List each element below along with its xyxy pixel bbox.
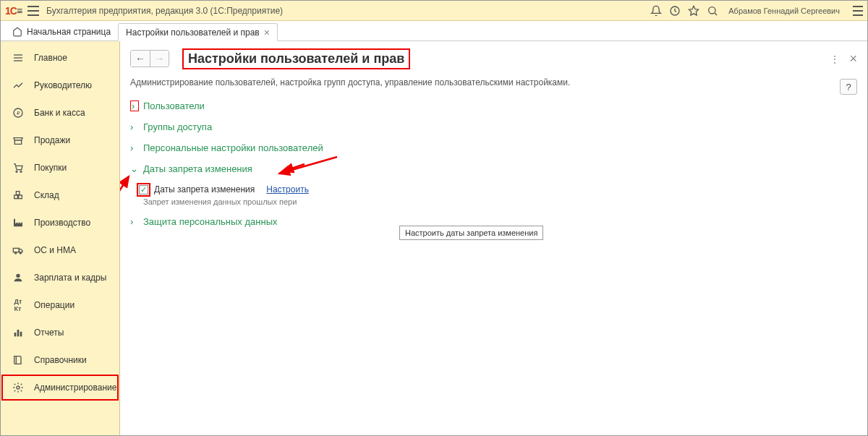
nav-back-button[interactable]: ←	[131, 51, 150, 67]
tabs-bar: Начальная страница Настройки пользовател…	[1, 21, 867, 41]
svg-rect-12	[16, 192, 20, 195]
chevron-right-icon: ›	[130, 121, 139, 132]
chevron-right-icon: ›	[130, 216, 139, 227]
book-icon	[12, 354, 24, 366]
chevron-right-icon: ›	[130, 101, 139, 111]
help-button[interactable]: ?	[840, 79, 857, 95]
tab-home[interactable]: Начальная страница	[5, 23, 118, 40]
svg-point-21	[17, 386, 20, 389]
chevron-down-icon: ⌄	[130, 163, 139, 174]
menu-icon	[12, 52, 24, 64]
section-groups[interactable]: › Группы доступа	[130, 121, 857, 132]
svg-point-8	[16, 171, 17, 172]
kebab-icon[interactable]: ⋮	[829, 54, 841, 65]
page-description: Администрирование пользователей, настрой…	[130, 77, 857, 87]
svg-rect-13	[13, 248, 19, 252]
sidebar-item-directories[interactable]: Справочники	[1, 346, 119, 374]
dates-description: Запрет изменения данных прошлых пери	[143, 197, 857, 206]
svg-rect-19	[20, 332, 22, 337]
factory-icon	[12, 217, 24, 228]
svg-point-14	[15, 252, 17, 254]
content-area: ← → Настройки пользователей и прав ⋮ × А…	[120, 41, 867, 435]
panel-toggle-icon[interactable]	[853, 6, 863, 16]
search-icon[interactable]	[707, 5, 718, 17]
chevron-right-icon: ›	[130, 142, 139, 153]
svg-rect-11	[19, 195, 22, 199]
app-title: Бухгалтерия предприятия, редакция 3.0 (1…	[46, 6, 283, 16]
sidebar-item-reports[interactable]: Отчеты	[1, 319, 119, 346]
nav-buttons: ← →	[130, 50, 169, 67]
sidebar-item-main[interactable]: Главное	[1, 44, 119, 72]
svg-marker-0	[689, 6, 699, 15]
configure-link[interactable]: Настроить	[266, 184, 309, 195]
sidebar-item-assets[interactable]: ОС и НМА	[1, 236, 119, 264]
shop-icon	[12, 134, 24, 146]
section-personal[interactable]: › Персональные настройки пользователей	[130, 142, 857, 153]
bell-icon[interactable]	[650, 5, 662, 17]
tab-close-icon[interactable]: ×	[264, 27, 270, 38]
svg-line-2	[715, 13, 717, 15]
operations-icon: ДтКт	[12, 299, 24, 311]
sidebar-item-manager[interactable]: Руководителю	[1, 72, 119, 99]
boxes-icon	[12, 189, 24, 201]
page-title: Настройки пользователей и прав	[185, 51, 407, 67]
configure-tooltip: Настроить даты запрета изменения	[399, 226, 543, 240]
dates-checkbox-label: Даты запрета изменения	[154, 184, 255, 195]
sidebar: Главное Руководителю ₽ Банк и касса Прод…	[1, 41, 120, 435]
svg-point-9	[20, 171, 22, 172]
section-dates[interactable]: ⌄ Даты запрета изменения	[130, 163, 857, 174]
user-name[interactable]: Абрамов Геннадий Сергеевич	[728, 7, 840, 15]
tab-active-label: Настройки пользователей и прав	[126, 27, 260, 38]
tab-active[interactable]: Настройки пользователей и прав ×	[118, 23, 278, 41]
dates-checkbox[interactable]: ✓	[139, 185, 148, 195]
sidebar-item-bank[interactable]: ₽ Банк и касса	[1, 99, 119, 127]
sidebar-item-production[interactable]: Производство	[1, 209, 119, 236]
nav-forward-button[interactable]: →	[150, 51, 169, 67]
sidebar-item-sales[interactable]: Продажи	[1, 127, 119, 154]
star-icon[interactable]	[688, 5, 699, 17]
sidebar-item-administration[interactable]: Администрирование	[1, 374, 119, 401]
bar-chart-icon	[12, 327, 24, 338]
svg-rect-10	[14, 195, 18, 199]
sidebar-item-operations[interactable]: ДтКт Операции	[1, 291, 119, 319]
gear-icon	[12, 382, 24, 393]
menu-toggle-icon[interactable]	[27, 6, 39, 16]
sidebar-item-salary[interactable]: Зарплата и кадры	[1, 264, 119, 291]
section-users[interactable]: › Пользователи	[130, 101, 857, 111]
svg-text:₽: ₽	[17, 110, 20, 116]
topbar-actions: Абрамов Геннадий Сергеевич	[650, 5, 863, 17]
history-icon[interactable]	[669, 5, 681, 17]
truck-icon	[12, 244, 24, 256]
logo-1c: 1C≡	[5, 5, 22, 17]
dates-subsection: ✓ Даты запрета изменения Настроить Запре…	[135, 184, 857, 206]
svg-rect-18	[17, 330, 20, 336]
svg-line-24	[120, 176, 129, 193]
chart-line-icon	[12, 80, 24, 91]
page-close-icon[interactable]: ×	[849, 51, 857, 67]
svg-point-16	[16, 274, 20, 278]
svg-point-15	[20, 252, 21, 254]
sidebar-item-warehouse[interactable]: Склад	[1, 181, 119, 209]
top-bar: 1C≡ Бухгалтерия предприятия, редакция 3.…	[1, 1, 867, 21]
sidebar-item-purchases[interactable]: Покупки	[1, 154, 119, 181]
svg-point-1	[709, 7, 715, 13]
person-icon	[12, 272, 24, 283]
tab-home-label: Начальная страница	[27, 27, 111, 37]
ruble-icon: ₽	[12, 107, 24, 119]
svg-rect-17	[14, 333, 17, 336]
cart-icon	[12, 162, 24, 174]
